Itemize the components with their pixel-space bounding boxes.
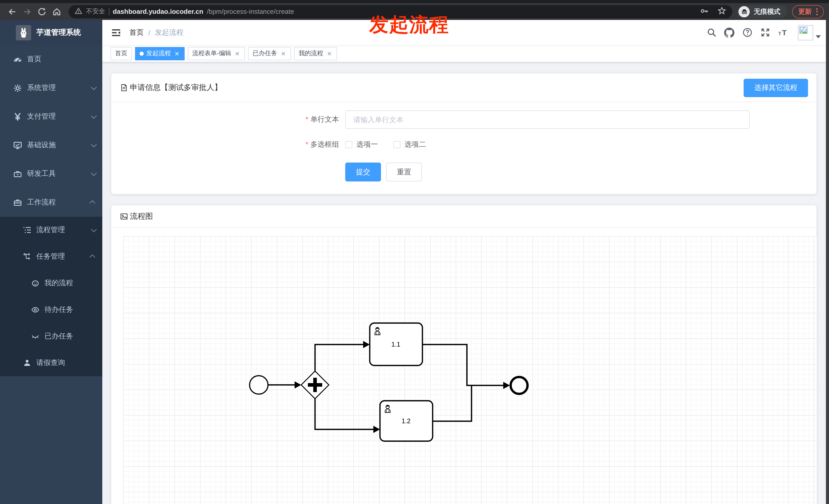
sidebar-item-label: 工作流程	[27, 198, 56, 207]
sidebar-item-infra[interactable]: 基础设施	[0, 131, 102, 159]
apply-info-header: 申请信息【测试多审批人】 选择其它流程	[111, 74, 816, 102]
close-icon[interactable]	[174, 50, 180, 56]
diagram-title: 流程图	[130, 211, 153, 221]
checkbox-icon[interactable]	[393, 141, 400, 148]
edge-gateway-task1	[315, 345, 364, 371]
picture-icon	[120, 212, 128, 221]
document-icon	[120, 84, 128, 92]
checkbox-option-1[interactable]: 选项一	[345, 140, 378, 149]
submit-button[interactable]: 提交	[345, 162, 381, 182]
arrowhead	[503, 382, 510, 389]
browser-menu-icon[interactable]	[816, 8, 818, 15]
end-event	[511, 377, 528, 394]
update-label: 更新	[798, 7, 812, 16]
checkbox-icon[interactable]	[345, 141, 352, 148]
logo-row[interactable]: 芋道管理系统	[0, 20, 102, 45]
apply-info-title: 申请信息【测试多审批人】	[130, 83, 222, 92]
tab-home[interactable]: 首页	[110, 47, 132, 60]
breadcrumb-home[interactable]: 首页	[130, 28, 144, 37]
content-area: 申请信息【测试多审批人】 选择其它流程 单行文本 多选框组 选项一 选项二	[102, 62, 829, 504]
browser-tab-strip	[0, 0, 829, 3]
close-icon[interactable]	[234, 50, 240, 56]
github-icon[interactable]	[724, 27, 734, 38]
incognito-label: 无痕模式	[754, 7, 781, 16]
workflow-submenu: 流程管理 任务管理 我的流程 待办任务	[0, 217, 102, 376]
sidebar-item-label: 我的流程	[44, 279, 73, 288]
sidebar-item-label: 基础设施	[27, 141, 56, 150]
bpmn-diagram: 1.1 1.2	[123, 236, 817, 504]
page-scrollbar[interactable]	[826, 20, 829, 504]
security-label: 不安全	[86, 7, 105, 16]
help-icon[interactable]	[742, 27, 752, 38]
tab-my-process[interactable]: 我的流程	[294, 47, 337, 60]
sidebar-item-label: 流程管理	[36, 225, 65, 235]
sidebar-item-task-mgmt[interactable]: 任务管理	[0, 243, 102, 270]
svg-text:T: T	[782, 28, 787, 37]
sidebar-item-todo-tasks[interactable]: 待办任务	[0, 297, 102, 323]
checkbox-option-label: 选项一	[356, 140, 378, 149]
sidebar: 芋道管理系统 首页 系统管理 支付管理 基础设施	[0, 20, 102, 504]
chevron-down-icon	[91, 226, 97, 232]
tab-done-tasks[interactable]: 已办任务	[248, 47, 291, 60]
reset-button[interactable]: 重置	[386, 162, 422, 182]
sidebar-item-label: 研发工具	[27, 169, 56, 179]
checkbox-field-label: 多选框组	[251, 140, 345, 149]
tab-label: 发起流程	[146, 49, 171, 58]
choose-other-process-button[interactable]: 选择其它流程	[744, 78, 808, 97]
eye-icon	[31, 305, 39, 314]
sidebar-item-workflow[interactable]: 工作流程	[0, 188, 102, 217]
user-menu[interactable]	[798, 25, 821, 40]
sidebar-item-my-process[interactable]: 我的流程	[0, 270, 102, 297]
process-diagram-card: 流程图	[111, 205, 817, 504]
sidebar-item-process-mgmt[interactable]: 流程管理	[0, 217, 102, 243]
sidebar-item-done-tasks[interactable]: 已办任务	[0, 323, 102, 350]
avatar[interactable]	[798, 25, 813, 40]
breadcrumb-current: 发起流程	[155, 28, 184, 37]
sidebar-item-payment[interactable]: 支付管理	[0, 102, 102, 131]
tab-label: 首页	[115, 49, 127, 58]
sidebar-fold-icon[interactable]	[110, 27, 122, 38]
tree-icon	[23, 252, 31, 261]
tab-form-edit[interactable]: 流程表单-编辑	[188, 47, 245, 60]
tab-label: 我的流程	[299, 49, 323, 58]
sidebar-item-leave-query[interactable]: 请假查询	[0, 350, 102, 376]
caret-down-icon	[816, 35, 821, 38]
search-icon[interactable]	[706, 27, 717, 38]
tags-view: 首页 发起流程 流程表单-编辑 已办任务 我的流程	[102, 45, 829, 62]
back-icon[interactable]	[5, 5, 19, 18]
close-icon[interactable]	[280, 50, 286, 56]
close-icon[interactable]	[326, 50, 332, 56]
user-icon	[23, 358, 31, 367]
single-line-text-input[interactable]	[345, 110, 750, 129]
tab-create-process[interactable]: 发起流程	[135, 47, 185, 60]
monitor-icon	[13, 141, 22, 150]
home-icon[interactable]	[49, 5, 63, 18]
checkbox-field-row: 多选框组 选项一 选项二	[251, 140, 816, 149]
edge-task1-end	[423, 345, 504, 385]
reload-icon[interactable]	[35, 5, 48, 18]
bpmn-canvas: 1.1 1.2	[123, 236, 817, 504]
form-actions: 提交 重置	[251, 162, 816, 182]
briefcase-icon	[13, 198, 22, 207]
checkbox-option-label: 选项二	[404, 140, 426, 149]
dashboard-icon	[13, 55, 22, 64]
sidebar-item-system[interactable]: 系统管理	[0, 74, 102, 102]
arrowhead	[363, 341, 370, 348]
sidebar-item-label: 请假查询	[36, 358, 65, 367]
list-tree-icon	[23, 226, 31, 234]
sidebar-item-devtools[interactable]: 研发工具	[0, 159, 102, 188]
checkbox-option-2[interactable]: 选项二	[393, 140, 426, 149]
navbar-tools: TT	[706, 25, 821, 40]
forward-icon[interactable]	[20, 5, 34, 18]
font-size-icon[interactable]: TT	[778, 27, 788, 38]
key-icon[interactable]	[700, 6, 709, 16]
task-1-2-label: 1.2	[402, 417, 411, 425]
fullscreen-icon[interactable]	[760, 27, 770, 38]
sidebar-item-home[interactable]: 首页	[0, 45, 102, 74]
browser-update-button[interactable]: 更新	[792, 5, 824, 18]
text-field-row: 单行文本	[251, 110, 816, 129]
app-title: 芋道管理系统	[36, 28, 81, 37]
sidebar-item-label: 待办任务	[44, 305, 73, 314]
bookmark-star-icon[interactable]	[718, 6, 726, 16]
tab-label: 已办任务	[253, 49, 277, 58]
